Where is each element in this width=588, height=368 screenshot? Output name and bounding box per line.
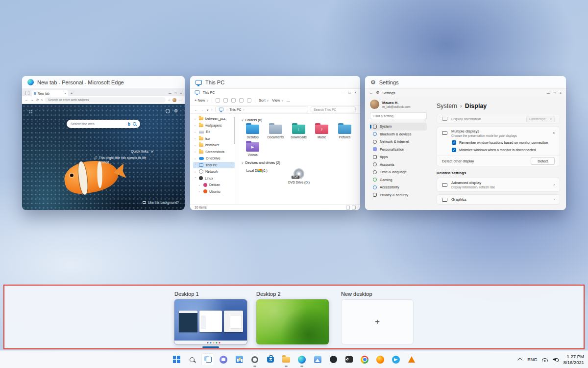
folder-item-downloads[interactable]: ↓Downloads xyxy=(287,125,310,139)
task-view-window-settings[interactable]: Settings Settings Mauro H. xyxy=(365,76,566,210)
close-icon[interactable] xyxy=(354,91,356,94)
favorites-icon[interactable] xyxy=(168,98,171,102)
terminal-button[interactable] xyxy=(343,353,355,366)
close-icon[interactable] xyxy=(560,91,562,95)
orientation-dropdown[interactable]: Landscape xyxy=(526,116,555,122)
back-icon[interactable] xyxy=(195,108,198,111)
nav-item-accounts[interactable]: Accounts xyxy=(370,161,427,169)
nav-item-system[interactable]: System xyxy=(370,123,427,131)
detect-button[interactable]: Detect xyxy=(531,157,555,165)
telegram-button[interactable] xyxy=(390,353,402,366)
search-button[interactable] xyxy=(186,353,198,366)
back-icon[interactable] xyxy=(369,91,373,95)
drives-section-header[interactable]: Devices and drives (2) xyxy=(241,160,356,165)
task-view-window-explorer[interactable]: This PC This PC New xyxy=(190,76,360,210)
minimize-icon[interactable] xyxy=(169,92,172,95)
page-settings-icon[interactable] xyxy=(174,109,178,113)
forward-icon[interactable] xyxy=(200,108,204,111)
tab-close-icon[interactable] xyxy=(64,92,66,95)
sidebar-item-debian[interactable]: Debian xyxy=(193,182,235,188)
cut-icon[interactable] xyxy=(216,98,220,103)
chat-button[interactable] xyxy=(217,353,230,366)
task-view-button[interactable] xyxy=(201,353,214,366)
file-explorer-button[interactable] xyxy=(280,353,293,366)
checkbox-checked-icon[interactable] xyxy=(452,148,456,152)
settings-app-button[interactable] xyxy=(248,353,261,366)
explorer-search-input[interactable]: Search This PC xyxy=(311,106,356,112)
sidebar-item[interactable]: wallpapers xyxy=(193,122,235,129)
home-icon[interactable] xyxy=(41,98,43,102)
vertical-tabs-icon[interactable] xyxy=(25,91,29,95)
advanced-display-link[interactable]: Advanced display Display information, re… xyxy=(437,178,560,192)
sidebar-item[interactable]: iso xyxy=(193,135,235,142)
sidebar-item[interactable]: E:\ xyxy=(193,129,235,135)
nav-item-time-language[interactable]: Time & language xyxy=(370,168,427,176)
store-button[interactable] xyxy=(264,353,277,366)
folder-item-desktop[interactable]: Desktop xyxy=(241,125,264,139)
breadcrumb-system[interactable]: System xyxy=(437,103,457,109)
folder-item-videos[interactable]: ▶Videos xyxy=(241,142,264,157)
copy-icon[interactable] xyxy=(223,98,228,103)
view-button[interactable]: View xyxy=(272,98,283,103)
nav-item-accessibility[interactable]: Accessibility xyxy=(370,184,427,191)
minimize-windows-option[interactable]: Minimize windows when a monitor is disco… xyxy=(437,146,560,154)
back-icon[interactable] xyxy=(25,98,28,102)
remember-locations-option[interactable]: Remember window locations based on monit… xyxy=(437,139,560,146)
nav-item-gaming[interactable]: Gaming xyxy=(370,176,427,184)
sidebar-item[interactable]: isomaker xyxy=(193,142,235,149)
up-icon[interactable] xyxy=(211,108,213,111)
volume-icon[interactable] xyxy=(553,357,559,362)
forward-icon[interactable] xyxy=(30,98,34,102)
new-button[interactable]: New xyxy=(195,98,208,103)
address-bar[interactable]: Search or enter web address xyxy=(45,97,166,103)
maximize-icon[interactable] xyxy=(175,92,177,95)
drive-item-dvd[interactable]: DVD DVD Drive (D:) xyxy=(283,167,315,184)
tray-overflow-icon[interactable] xyxy=(517,358,522,363)
vlc-button[interactable] xyxy=(405,353,418,366)
new-desktop-button[interactable]: + xyxy=(341,299,414,344)
github-button[interactable] xyxy=(327,353,340,366)
nav-item-privacy[interactable]: Privacy & security xyxy=(370,191,427,199)
desktop-1-thumbnail[interactable] xyxy=(174,299,247,344)
widgets-button[interactable] xyxy=(233,353,245,366)
folder-item-documents[interactable]: Documents xyxy=(264,125,287,139)
sidebar-item-this-pc[interactable]: This PC xyxy=(193,162,235,169)
sidebar-item-linux[interactable]: Linux xyxy=(193,175,235,182)
more-menu-icon[interactable] xyxy=(178,98,182,102)
sidebar-item-network[interactable]: Network xyxy=(193,168,235,175)
firefox-button[interactable] xyxy=(374,353,387,366)
large-icons-view-icon[interactable] xyxy=(352,206,356,210)
delete-icon[interactable] xyxy=(247,98,251,103)
folder-item-pictures[interactable]: Pictures xyxy=(333,125,356,139)
edge-button[interactable] xyxy=(295,353,308,366)
app-launcher-icon[interactable] xyxy=(29,110,33,114)
checkbox-checked-icon[interactable] xyxy=(452,140,456,145)
minimize-icon[interactable] xyxy=(342,91,345,94)
account-block[interactable]: Mauro H. m_lab@outlook.com xyxy=(370,100,427,109)
task-view-window-edge[interactable]: New tab - Personal - Microsoft Edge New … xyxy=(22,76,185,210)
chevron-up-icon[interactable] xyxy=(552,131,555,135)
multiple-displays-header[interactable]: Multiple displays Choose the presentatio… xyxy=(437,127,560,139)
maximize-icon[interactable] xyxy=(348,91,350,94)
history-icon[interactable] xyxy=(206,108,208,111)
details-view-icon[interactable] xyxy=(346,206,350,210)
taskbar-clock[interactable]: 1:27 PM 8/16/2021 xyxy=(564,354,584,366)
folder-item-music[interactable]: ♪Music xyxy=(310,125,333,139)
quick-links[interactable]: Quick links xyxy=(131,149,153,154)
graphics-link[interactable]: Graphics xyxy=(437,194,560,205)
nav-item-network[interactable]: Network & internet xyxy=(370,138,427,146)
drive-item-local-disk[interactable]: Local Disk (C:) xyxy=(241,167,272,184)
refresh-icon[interactable] xyxy=(36,98,39,102)
close-icon[interactable] xyxy=(180,92,182,95)
folders-section-header[interactable]: Folders (6) xyxy=(241,118,356,122)
background-prompt[interactable]: Like this background? xyxy=(143,201,179,204)
more-icon[interactable] xyxy=(287,98,291,103)
sort-button[interactable]: Sort xyxy=(259,98,269,103)
desktop-2-thumbnail[interactable] xyxy=(256,299,329,344)
chrome-button[interactable] xyxy=(358,353,371,366)
sidebar-item-ubuntu[interactable]: Ubuntu xyxy=(193,188,235,195)
network-icon[interactable] xyxy=(542,357,548,362)
rename-icon[interactable] xyxy=(231,98,236,103)
search-icon[interactable] xyxy=(133,122,136,126)
nav-item-personalization[interactable]: Personalization xyxy=(370,146,427,154)
